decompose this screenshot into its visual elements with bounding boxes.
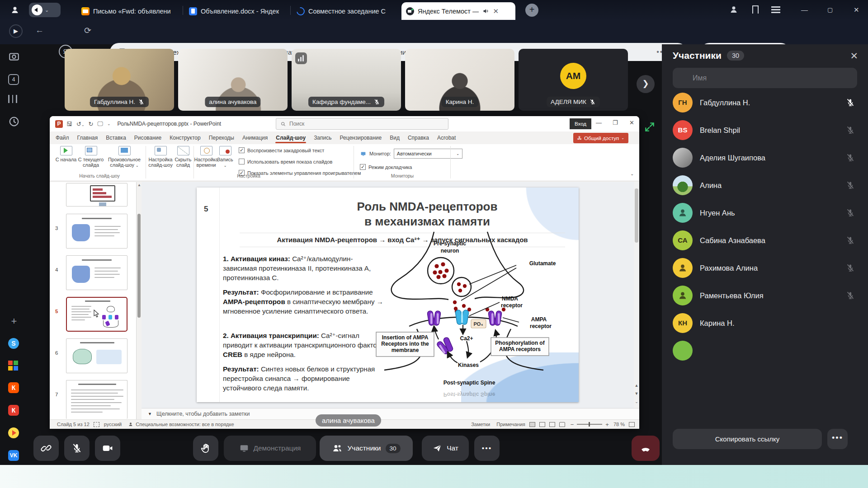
ribbon-collapse-icon[interactable]: ⌄ xyxy=(630,171,634,176)
current-slide[interactable]: 5 Роль NMDA-рецепторовв механизмах памят… xyxy=(197,188,579,402)
from-start-button[interactable]: С начала xyxy=(54,146,78,162)
video-tile[interactable]: AM АДЕЛЯ МИК xyxy=(519,49,628,111)
fit-to-window-icon[interactable] xyxy=(629,422,635,427)
tab-meeting[interactable]: Совместное заседание С xyxy=(292,2,397,20)
panel-more-button[interactable]: ••• xyxy=(827,429,848,449)
scroll-down-icon[interactable]: ⌄ xyxy=(634,398,639,405)
zoom-slider[interactable] xyxy=(577,424,602,425)
setup-show-button[interactable]: Настройка слайд-шоу xyxy=(147,146,174,168)
ribbon-tab-help[interactable]: Справка xyxy=(404,131,433,144)
scroll-up-icon[interactable]: ▲ xyxy=(137,183,141,187)
tab-counter-icon[interactable]: 4 xyxy=(8,74,19,85)
from-current-button[interactable]: С текущего слайда xyxy=(77,146,105,168)
profile-icon[interactable] xyxy=(729,5,739,14)
participant-row[interactable]: СА Сабина Азнабаева xyxy=(673,230,857,250)
slide-scrollbar[interactable] xyxy=(634,182,639,408)
participant-row[interactable]: Рахимова Алина xyxy=(673,258,857,278)
sidebar-panel-icon[interactable] xyxy=(752,5,759,14)
window-maximize-button[interactable]: ▢ xyxy=(827,6,833,13)
tab-document[interactable]: Объявление.docx - Яндек xyxy=(184,2,289,20)
ribbon-tab-animations[interactable]: Анимация xyxy=(238,131,272,144)
hide-slide-button[interactable]: Скрыть слайд xyxy=(173,146,193,168)
copy-meeting-link-button[interactable] xyxy=(33,436,59,461)
expand-shared-screen-icon[interactable] xyxy=(644,121,656,133)
vk-icon[interactable]: VK xyxy=(8,450,19,461)
mic-muted-icon[interactable] xyxy=(845,153,855,163)
thumbnail-scrollbar[interactable]: ▲ xyxy=(137,182,142,419)
ppt-search-box[interactable]: Поиск xyxy=(276,118,448,130)
ribbon-tab-draw[interactable]: Рисование xyxy=(130,131,165,144)
ppt-restore-button[interactable]: ❐ xyxy=(613,119,618,126)
sidebar-play-icon[interactable]: ▶ xyxy=(9,24,23,38)
ribbon-tab-review[interactable]: Рецензирование xyxy=(336,131,386,144)
connection-stats-icon[interactable] xyxy=(295,52,307,64)
mic-muted-icon[interactable] xyxy=(845,263,855,273)
ribbon-tab-insert[interactable]: Вставка xyxy=(102,131,130,144)
mic-muted-icon[interactable] xyxy=(845,180,855,190)
video-tile[interactable]: Карина Н. xyxy=(405,49,514,111)
ribbon-tab-view[interactable]: Вид xyxy=(386,131,404,144)
share-screen-button[interactable]: Демонстрация xyxy=(224,436,316,461)
slideshow-quick-icon[interactable]: 🖵 xyxy=(98,120,104,127)
new-tab-button[interactable]: + xyxy=(525,4,538,17)
window-close-button[interactable]: ✕ xyxy=(854,6,859,14)
notes-pane[interactable]: ▼ Щелкните, чтобы добавить заметки xyxy=(142,408,639,419)
more-options-button[interactable]: ••• xyxy=(474,436,500,461)
ribbon-tab-slideshow[interactable]: Слайд-шоу xyxy=(272,131,310,144)
office-apps-icon[interactable] xyxy=(8,361,18,371)
video-tile[interactable]: алина ачувакова xyxy=(178,49,288,111)
camera-button[interactable] xyxy=(95,436,120,461)
reading-view-icon[interactable] xyxy=(549,422,555,427)
app-k-icon[interactable]: К xyxy=(8,405,19,416)
zoom-out-button[interactable]: − xyxy=(571,421,574,428)
ribbon-tab-design[interactable]: Конструктор xyxy=(165,131,204,144)
back-icon[interactable]: ← xyxy=(35,25,44,35)
language-indicator[interactable]: русский xyxy=(104,422,122,427)
participant-row[interactable]: BS Brelan Shpil xyxy=(673,120,857,140)
zoom-in-button[interactable]: + xyxy=(605,421,609,428)
share-button[interactable]: 🖧 Общий доступ ⌄ xyxy=(573,133,628,143)
previous-slide-button[interactable]: ▲ xyxy=(634,382,639,389)
record-button[interactable]: Запись⌄ xyxy=(216,146,234,168)
browser-profile-icon[interactable] xyxy=(10,5,20,15)
tab-close-icon[interactable]: ✕ xyxy=(493,7,499,15)
display-settings-icon[interactable] xyxy=(94,422,99,427)
mic-muted-icon[interactable] xyxy=(845,291,855,300)
monitor-dropdown[interactable]: Автоматически⌄ xyxy=(394,149,462,159)
rehearse-button[interactable]: Настройка времени xyxy=(194,146,218,168)
custom-show-button[interactable]: Произвольное слайд-шоу ⌄ xyxy=(105,146,144,168)
raise-hand-button[interactable] xyxy=(193,436,218,461)
mic-muted-icon[interactable] xyxy=(845,208,855,218)
participant-row-partial[interactable] xyxy=(673,341,857,361)
slide-thumbnail-6[interactable] xyxy=(66,338,127,373)
microphone-button[interactable] xyxy=(64,436,90,461)
sidebar-add-icon[interactable]: + xyxy=(8,315,20,327)
narration-checkbox[interactable]: ✓Воспроизвести закадровый текст xyxy=(239,147,324,153)
normal-view-icon[interactable] xyxy=(529,422,535,427)
next-slide-button[interactable]: ▼ xyxy=(634,390,639,397)
menu-icon[interactable] xyxy=(771,6,780,8)
slide-thumbnail-5-selected[interactable] xyxy=(66,297,127,332)
participants-button[interactable]: Участники 30 xyxy=(320,436,413,461)
mic-muted-icon[interactable] xyxy=(845,98,855,108)
participant-row[interactable]: Раментьева Юлия xyxy=(673,286,857,305)
ribbon-tab-acrobat[interactable]: Acrobat xyxy=(433,131,460,144)
comments-toggle[interactable]: Примечания xyxy=(496,422,525,427)
ppt-signin-button[interactable]: Вход xyxy=(570,118,591,129)
tab-telemost-active[interactable]: Яндекс Телемост — ✕ xyxy=(401,2,515,20)
participant-row[interactable]: КН Карина Н. xyxy=(673,313,857,333)
save-icon[interactable]: 🖫 xyxy=(66,121,72,127)
video-tile[interactable]: Кафедра фундаме... xyxy=(292,49,401,111)
quick-access-chevron-icon[interactable]: ⌄ xyxy=(107,122,111,126)
chat-button[interactable]: Чат xyxy=(422,436,469,461)
slide-sorter-icon[interactable] xyxy=(539,422,545,427)
window-minimize-button[interactable]: — xyxy=(801,6,808,14)
presenter-mode-checkbox[interactable]: ✓Режим докладчика xyxy=(360,164,412,170)
slide-thumbnail-7[interactable] xyxy=(66,380,127,419)
library-icon[interactable] xyxy=(8,95,17,103)
video-tile[interactable]: Габдуллина Н. xyxy=(65,49,174,111)
tab-audio-icon[interactable] xyxy=(482,8,489,14)
notes-collapse-icon[interactable]: ▼ xyxy=(148,412,152,416)
ribbon-tab-home[interactable]: Главная xyxy=(73,131,102,144)
tab-sound-button[interactable]: ⌄ xyxy=(29,3,61,17)
